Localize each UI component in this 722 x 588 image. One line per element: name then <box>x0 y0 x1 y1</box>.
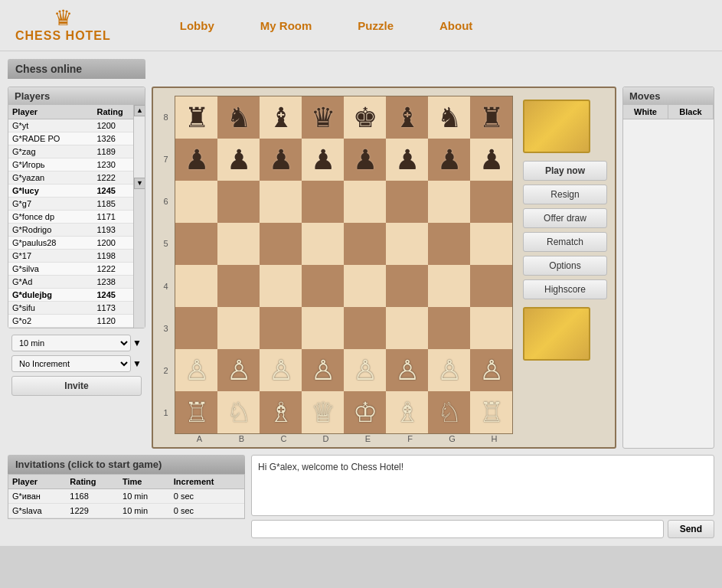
send-button[interactable]: Send <box>668 520 714 538</box>
scroll-up-btn[interactable]: ▲ <box>134 105 145 116</box>
highscore-button[interactable]: Highscore <box>523 279 607 299</box>
chess-cell[interactable]: ♞ <box>428 96 470 139</box>
tab-myroom[interactable]: My Room <box>237 13 335 38</box>
chess-cell[interactable] <box>386 181 428 223</box>
chess-cell[interactable] <box>470 223 512 265</box>
chess-cell[interactable]: ♗ <box>260 391 302 433</box>
chess-cell[interactable] <box>217 181 260 223</box>
chess-cell[interactable]: ♞ <box>217 96 260 139</box>
chess-cell[interactable]: ♘ <box>428 391 470 433</box>
table-row[interactable]: G*g71185 <box>8 198 145 211</box>
resign-button[interactable]: Resign <box>523 185 607 204</box>
chess-cell[interactable]: ♟ <box>428 139 470 181</box>
chess-cell[interactable] <box>386 265 428 307</box>
chess-cell[interactable] <box>175 307 217 349</box>
table-row[interactable]: G*zag1189 <box>8 145 145 158</box>
chess-cell[interactable]: ♟ <box>175 139 217 181</box>
invite-button[interactable]: Invite <box>11 376 142 396</box>
table-row[interactable]: G*yt1200 <box>8 119 145 132</box>
options-button[interactable]: Options <box>523 256 607 276</box>
chess-cell[interactable] <box>302 223 344 265</box>
chess-cell[interactable] <box>428 265 470 307</box>
chess-cell[interactable]: ♙ <box>302 349 344 391</box>
invitation-row[interactable]: G*slava122910 min0 sec <box>8 504 244 518</box>
players-scrollbar[interactable]: ▲ ▼ <box>133 105 145 328</box>
table-row[interactable]: G*RADE PO1326 <box>8 132 145 145</box>
chess-cell[interactable]: ♚ <box>344 96 386 139</box>
offer-draw-button[interactable]: Offer draw <box>523 208 607 228</box>
chess-cell[interactable]: ♟ <box>470 139 512 181</box>
chess-cell[interactable] <box>260 181 302 223</box>
chess-cell[interactable] <box>260 223 302 265</box>
table-row[interactable]: G*paulus281200 <box>8 237 145 250</box>
chess-cell[interactable] <box>428 181 470 223</box>
table-row[interactable]: G*Игорь1230 <box>8 158 145 172</box>
chess-cell[interactable] <box>428 223 470 265</box>
scroll-down-btn[interactable]: ▼ <box>134 178 145 189</box>
chess-cell[interactable] <box>175 181 217 223</box>
chess-cell[interactable]: ♛ <box>302 96 344 139</box>
chess-cell[interactable]: ♖ <box>470 391 512 433</box>
chess-cell[interactable]: ♜ <box>175 96 217 139</box>
chess-cell[interactable]: ♟ <box>344 139 386 181</box>
table-row[interactable]: G*Ad1238 <box>8 276 145 289</box>
chat-input[interactable] <box>251 520 664 538</box>
chess-cell[interactable]: ♝ <box>386 96 428 139</box>
chess-cell[interactable] <box>175 223 217 265</box>
table-row[interactable]: G*о21120 <box>8 315 145 328</box>
chess-cell[interactable] <box>217 223 260 265</box>
chess-cell[interactable] <box>470 265 512 307</box>
table-row[interactable]: G*Rodrigo1193 <box>8 224 145 237</box>
invitation-row[interactable]: G*иван116810 min0 sec <box>8 489 244 504</box>
chess-cell[interactable]: ♙ <box>260 349 302 391</box>
chess-cell[interactable]: ♔ <box>344 391 386 433</box>
chess-cell[interactable]: ♝ <box>260 96 302 139</box>
chess-cell[interactable] <box>302 307 344 349</box>
chess-cell[interactable] <box>428 307 470 349</box>
chess-cell[interactable] <box>302 181 344 223</box>
rematch-button[interactable]: Rematch <box>523 232 607 252</box>
chess-cell[interactable] <box>217 307 260 349</box>
play-now-button[interactable]: Play now <box>523 161 607 181</box>
chess-cell[interactable]: ♙ <box>344 349 386 391</box>
chess-cell[interactable] <box>175 265 217 307</box>
chess-cell[interactable]: ♟ <box>302 139 344 181</box>
chess-cell[interactable]: ♖ <box>175 391 217 433</box>
chess-cell[interactable]: ♕ <box>302 391 344 433</box>
table-row[interactable]: G*171198 <box>8 250 145 263</box>
chess-cell[interactable] <box>344 265 386 307</box>
chess-cell[interactable]: ♗ <box>386 391 428 433</box>
chess-cell[interactable]: ♟ <box>260 139 302 181</box>
chess-cell[interactable] <box>470 181 512 223</box>
chess-cell[interactable]: ♙ <box>386 349 428 391</box>
table-row[interactable]: G*lucy1245 <box>8 185 145 198</box>
chess-cell[interactable] <box>302 265 344 307</box>
chess-cell[interactable]: ♜ <box>470 96 512 139</box>
chess-cell[interactable] <box>260 265 302 307</box>
chess-cell[interactable]: ♙ <box>470 349 512 391</box>
chess-cell[interactable] <box>217 265 260 307</box>
tab-about[interactable]: About <box>417 13 495 38</box>
tab-puzzle[interactable]: Puzzle <box>335 13 417 38</box>
chess-cell[interactable]: ♘ <box>217 391 260 433</box>
chess-cell[interactable] <box>344 223 386 265</box>
chess-cell[interactable]: ♙ <box>217 349 260 391</box>
chess-cell[interactable] <box>344 181 386 223</box>
chess-cell[interactable] <box>344 307 386 349</box>
chess-cell[interactable]: ♟ <box>386 139 428 181</box>
table-row[interactable]: G*dulejbg1245 <box>8 289 145 302</box>
chess-board[interactable]: ♜♞♝♛♚♝♞♜♟♟♟♟♟♟♟♟♙♙♙♙♙♙♙♙♖♘♗♕♔♗♘♖ <box>175 96 513 434</box>
chess-cell[interactable] <box>386 223 428 265</box>
table-row[interactable]: G*sifu1173 <box>8 302 145 315</box>
chess-cell[interactable] <box>386 307 428 349</box>
chess-cell[interactable] <box>470 307 512 349</box>
increment-select[interactable]: No Increment2 sec5 sec10 sec <box>11 355 131 372</box>
chess-cell[interactable] <box>260 307 302 349</box>
chess-cell[interactable]: ♙ <box>428 349 470 391</box>
table-row[interactable]: G*yazan1222 <box>8 172 145 185</box>
time-select[interactable]: 10 min5 min15 min30 min1 min3 min <box>11 335 131 351</box>
table-row[interactable]: G*fonce dp1171 <box>8 211 145 224</box>
chess-cell[interactable]: ♟ <box>217 139 260 181</box>
table-row[interactable]: G*silva1222 <box>8 263 145 276</box>
tab-lobby[interactable]: Lobby <box>157 13 237 38</box>
